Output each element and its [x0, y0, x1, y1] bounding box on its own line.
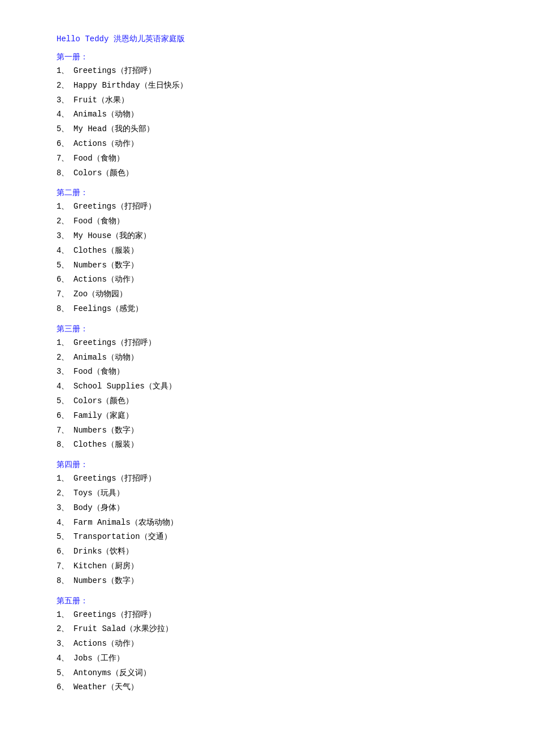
- list-item: 6、Actions（动作）: [57, 137, 500, 151]
- lesson-title: Zoo（动物园）: [73, 288, 127, 301]
- lesson-list-5: 1、Greetings（打招呼）2、Fruit Salad（水果沙拉）3、Act…: [57, 608, 500, 695]
- lesson-list-1: 1、Greetings（打招呼）2、Happy Birthday（生日快乐）3、…: [57, 64, 500, 180]
- lesson-title: Body（身体）: [73, 502, 124, 515]
- list-item: 2、Toys（玩具）: [57, 487, 500, 500]
- list-item: 3、Fruit（水果）: [57, 94, 500, 107]
- lesson-title: Antonyms（反义词）: [73, 667, 151, 680]
- list-item: 1、Greetings（打招呼）: [57, 200, 500, 214]
- list-item: 2、Animals（动物）: [57, 351, 500, 365]
- list-item: 6、Family（家庭）: [57, 409, 500, 423]
- list-item: 1、Greetings（打招呼）: [57, 336, 500, 350]
- lesson-title: Animals（动物）: [73, 108, 138, 122]
- lesson-number: 5、: [57, 259, 73, 273]
- lesson-number: 7、: [57, 424, 73, 438]
- lesson-title: Fruit Salad（水果沙拉）: [73, 623, 173, 636]
- lesson-number: 6、: [57, 273, 73, 287]
- lesson-number: 5、: [57, 667, 73, 680]
- lesson-number: 6、: [57, 137, 73, 151]
- list-item: 8、Numbers（数字）: [57, 574, 500, 588]
- lesson-number: 2、: [57, 351, 73, 365]
- lesson-title: Clothes（服装）: [73, 438, 138, 452]
- list-item: 4、Animals（动物）: [57, 108, 500, 122]
- list-item: 3、Food（食物）: [57, 365, 500, 379]
- volume-title-2: 第二册：: [57, 188, 500, 198]
- lesson-number: 7、: [57, 288, 73, 301]
- lesson-title: Colors（颜色）: [73, 167, 133, 180]
- lesson-number: 2、: [57, 79, 73, 93]
- volume-1: 第一册：1、Greetings（打招呼）2、Happy Birthday（生日快…: [57, 52, 500, 180]
- list-item: 1、Greetings（打招呼）: [57, 608, 500, 622]
- lesson-number: 4、: [57, 244, 73, 258]
- lesson-title: Greetings（打招呼）: [73, 200, 156, 214]
- list-item: 2、Fruit Salad（水果沙拉）: [57, 623, 500, 636]
- lesson-number: 4、: [57, 652, 73, 666]
- list-item: 1、Greetings（打招呼）: [57, 64, 500, 78]
- volume-4: 第四册：1、Greetings（打招呼）2、Toys（玩具）3、Body（身体）…: [57, 460, 500, 587]
- lesson-title: Actions（动作）: [73, 273, 138, 287]
- lesson-number: 2、: [57, 487, 73, 500]
- list-item: 5、Transportation（交通）: [57, 530, 500, 544]
- lesson-number: 3、: [57, 230, 73, 243]
- lesson-title: Transportation（交通）: [73, 530, 172, 544]
- list-item: 7、Food（食物）: [57, 152, 500, 166]
- lesson-number: 7、: [57, 152, 73, 166]
- volume-2: 第二册：1、Greetings（打招呼）2、Food（食物）3、My House…: [57, 188, 500, 316]
- list-item: 3、Actions（动作）: [57, 637, 500, 651]
- lesson-title: Food（食物）: [73, 215, 124, 228]
- lesson-number: 8、: [57, 438, 73, 452]
- lesson-title: Actions（动作）: [73, 637, 138, 651]
- volume-3: 第三册：1、Greetings（打招呼）2、Animals（动物）3、Food（…: [57, 324, 500, 452]
- lesson-number: 3、: [57, 365, 73, 379]
- list-item: 6、Drinks（饮料）: [57, 545, 500, 559]
- list-item: 3、My House（我的家）: [57, 230, 500, 243]
- volume-title-1: 第一册：: [57, 52, 500, 62]
- lesson-number: 5、: [57, 395, 73, 408]
- lesson-title: My Head（我的头部）: [73, 123, 154, 136]
- lesson-number: 5、: [57, 530, 73, 544]
- lesson-number: 3、: [57, 502, 73, 515]
- list-item: 8、Colors（颜色）: [57, 167, 500, 180]
- lesson-title: Animals（动物）: [73, 351, 138, 365]
- lesson-title: My House（我的家）: [73, 230, 151, 243]
- lesson-title: Drinks（饮料）: [73, 545, 133, 559]
- lesson-title: Greetings（打招呼）: [73, 64, 156, 78]
- lesson-number: 3、: [57, 94, 73, 107]
- list-item: 4、Jobs（工作）: [57, 652, 500, 666]
- list-item: 6、Actions（动作）: [57, 273, 500, 287]
- lesson-number: 6、: [57, 409, 73, 423]
- lesson-number: 2、: [57, 623, 73, 636]
- page-container: Hello Teddy 洪恩幼儿英语家庭版 第一册：1、Greetings（打招…: [57, 34, 500, 694]
- lesson-number: 5、: [57, 123, 73, 136]
- lesson-number: 1、: [57, 472, 73, 486]
- lesson-list-3: 1、Greetings（打招呼）2、Animals（动物）3、Food（食物）4…: [57, 336, 500, 452]
- list-item: 4、School Supplies（文具）: [57, 380, 500, 394]
- lesson-number: 8、: [57, 167, 73, 180]
- volume-title-4: 第四册：: [57, 460, 500, 470]
- lesson-title: Numbers（数字）: [73, 574, 138, 588]
- lesson-title: Greetings（打招呼）: [73, 608, 156, 622]
- lesson-number: 6、: [57, 545, 73, 559]
- lesson-number: 1、: [57, 608, 73, 622]
- lesson-title: Happy Birthday（生日快乐）: [73, 79, 188, 93]
- list-item: 8、Clothes（服装）: [57, 438, 500, 452]
- lesson-title: Clothes（服装）: [73, 244, 138, 258]
- lesson-title: Fruit（水果）: [73, 94, 129, 107]
- lesson-title: School Supplies（文具）: [73, 380, 176, 394]
- list-item: 8、Feelings（感觉）: [57, 303, 500, 316]
- lesson-number: 4、: [57, 380, 73, 394]
- lesson-title: Jobs（工作）: [73, 652, 124, 666]
- lesson-number: 8、: [57, 574, 73, 588]
- lesson-number: 4、: [57, 108, 73, 122]
- lesson-title: Kitchen（厨房）: [73, 560, 138, 573]
- lesson-title: Feelings（感觉）: [73, 303, 143, 316]
- lesson-title: Greetings（打招呼）: [73, 472, 156, 486]
- lesson-title: Food（食物）: [73, 152, 124, 166]
- list-item: 5、Antonyms（反义词）: [57, 667, 500, 680]
- lesson-title: Weather（天气）: [73, 681, 138, 694]
- lesson-number: 1、: [57, 200, 73, 214]
- list-item: 5、Numbers（数字）: [57, 259, 500, 273]
- lesson-list-4: 1、Greetings（打招呼）2、Toys（玩具）3、Body（身体）4、Fa…: [57, 472, 500, 587]
- list-item: 7、Kitchen（厨房）: [57, 560, 500, 573]
- main-title: Hello Teddy 洪恩幼儿英语家庭版: [57, 34, 500, 44]
- lesson-title: Numbers（数字）: [73, 424, 138, 438]
